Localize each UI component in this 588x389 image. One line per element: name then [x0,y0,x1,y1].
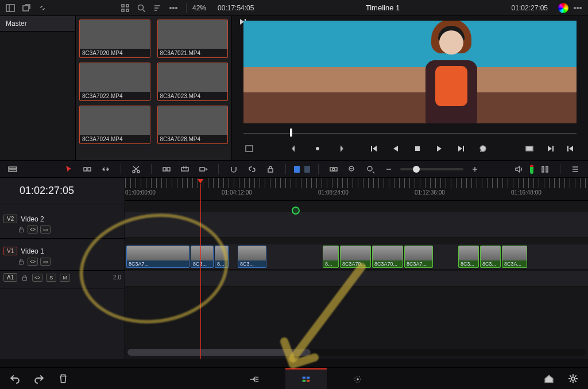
trash-icon[interactable] [56,372,70,385]
track-badge-a1[interactable]: A1 [3,273,17,282]
step-next-icon[interactable] [543,142,557,155]
timeline-view-icon[interactable] [6,163,20,176]
track-v1[interactable]: 8C3A7...8C3...8...8C3...8...8C3A70...8C3… [125,244,588,270]
loop-icon[interactable] [476,142,490,155]
mixer-icon[interactable] [538,163,552,176]
media-clip[interactable]: 8C3A7023.MP4 [157,63,229,101]
media-clip[interactable]: 8C3A7021.MP4 [157,20,229,58]
track-v2[interactable] [125,212,588,238]
page-cut-icon[interactable] [234,368,275,389]
track-name-v2[interactable]: Video 2 [21,215,44,223]
match-frame-icon[interactable] [523,142,536,155]
auto-select-icon[interactable]: <> [28,225,38,234]
audio-vol-value[interactable]: 2.0 [113,274,121,281]
lock-icon[interactable] [17,225,25,234]
timeline-canvas[interactable]: 01:00:00:0001:04:12:0001:08:24:0001:12:3… [125,178,588,359]
zoom-out-icon[interactable] [382,163,396,176]
track-display-icon[interactable]: ▭ [40,225,51,234]
mute-icon[interactable]: M [60,274,70,282]
zoom-slider[interactable] [400,168,463,170]
playhead[interactable] [200,184,201,359]
media-clip[interactable]: 8C3A7024.MP4 [79,106,150,144]
page-edit-icon[interactable] [285,368,327,389]
timeline-clip[interactable]: 8C3A7... [126,246,189,268]
scissors-icon[interactable] [129,163,143,176]
timeline-scrollbar[interactable] [127,349,586,356]
zoom-range-icon[interactable] [327,163,341,176]
search-icon[interactable] [134,2,148,14]
preview-video[interactable] [243,21,577,123]
page-fusion-icon[interactable] [337,368,378,389]
auto-select-icon[interactable]: <> [28,258,38,266]
selection-tool-icon[interactable] [62,163,76,176]
viewer-scrubber[interactable] [243,127,577,139]
home-icon[interactable] [542,372,556,385]
zoom-detail-icon[interactable] [345,163,359,176]
volume-icon[interactable] [512,163,525,176]
timeline-clip[interactable]: 8C3... [238,246,266,268]
flag-marker-icon[interactable] [304,166,310,173]
media-clip[interactable]: 8C3A7020.MP4 [79,20,150,58]
timeline-title[interactable]: Timeline 1 [366,3,400,12]
solo-icon[interactable]: S [46,274,56,282]
track-name-v1[interactable]: Video 1 [21,247,44,255]
track-display-icon[interactable]: ▭ [40,258,51,266]
timeline-clip[interactable]: 8C3... [458,246,479,268]
link-break-icon[interactable] [36,2,49,14]
lock-icon[interactable] [17,258,25,266]
track-badge-v1[interactable]: V1 [3,247,17,255]
media-clip[interactable]: 8C3A7028.MP4 [157,106,229,144]
timeline-clip[interactable]: 8C3... [191,246,214,268]
timeline-ruler[interactable]: 01:00:00:0001:04:12:0001:08:24:0001:12:3… [125,178,588,201]
track-a1[interactable] [125,271,588,287]
lock-icon[interactable] [264,163,277,176]
timeline-clip[interactable]: 8C3A... [502,246,527,268]
track-badge-v2[interactable]: V2 [3,215,17,223]
go-end-icon[interactable] [454,142,468,155]
lock-icon[interactable] [21,274,29,282]
undo-icon[interactable] [8,372,22,385]
playhead-timecode[interactable]: 01:02:27:05 [0,178,125,204]
go-start-icon[interactable] [367,142,381,155]
zoom-in-icon[interactable] [468,163,482,176]
timeline-clip[interactable]: 8C3... [480,246,501,268]
panel-left-icon[interactable] [3,2,17,14]
timeline-clip[interactable]: 8... [323,246,339,268]
pool-zoom-value[interactable]: 42% [192,4,206,12]
play-icon[interactable] [432,142,446,155]
media-clip[interactable]: 8C3A7022.MP4 [79,63,150,101]
overwrite-icon[interactable] [178,163,192,176]
trim-tool-icon[interactable] [99,163,113,176]
flag-blue-icon[interactable] [294,166,300,173]
play-reverse-icon[interactable] [389,142,403,155]
blade-tool-icon[interactable] [80,163,94,176]
snap-icon[interactable] [227,163,241,176]
prev-keyframe-icon[interactable] [289,142,303,155]
insert-icon[interactable] [160,163,173,176]
grid-view-icon[interactable] [118,2,132,14]
replace-icon[interactable] [196,163,210,176]
stop-icon[interactable] [411,142,424,155]
bin-master[interactable]: Master [0,16,75,32]
redo-icon[interactable] [32,372,46,385]
timeline-clip[interactable]: 8C3A70... [340,246,371,268]
timeline-clip[interactable]: 8C3A70... [372,246,403,268]
timeline-clip[interactable]: 8C3A7... [404,246,433,268]
auto-select-icon[interactable]: <> [32,274,42,282]
more-icon[interactable] [167,2,180,14]
list-icon[interactable] [568,163,582,176]
keyframe-icon[interactable] [311,142,324,155]
more-icon[interactable] [571,2,585,14]
safe-area-icon[interactable] [242,142,256,155]
panel-pop-icon[interactable] [20,2,33,14]
next-keyframe-icon[interactable] [332,142,346,155]
sort-icon[interactable] [150,2,164,14]
marker-icon[interactable] [292,207,300,215]
step-prev-icon[interactable] [564,142,578,155]
link-icon[interactable] [245,163,259,176]
gear-icon[interactable] [566,372,580,385]
viewer-panel [232,16,588,160]
color-wheel-icon[interactable] [558,3,568,13]
zoom-custom-icon[interactable] [363,163,377,176]
timeline-clip[interactable]: 8... [215,246,229,268]
